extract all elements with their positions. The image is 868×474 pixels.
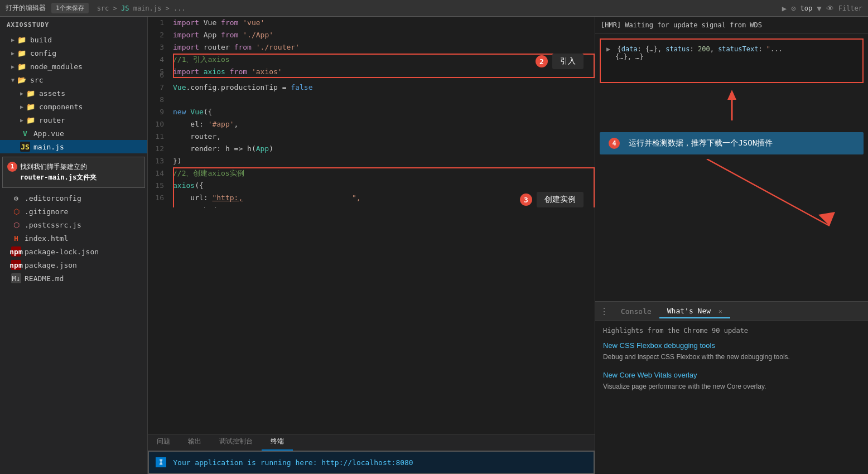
code-line-9: 9 new Vue({ [148,106,595,118]
breadcrumb-file: main.js > ... [133,4,186,12]
sidebar-item-components[interactable]: ▶ 📁 components [0,100,147,113]
sidebar-item-config[interactable]: ▶ 📁 config [0,46,147,60]
sidebar-item-label: src [30,76,43,84]
json-output-line1: ▶ {data: {…}, status: 200, statusText: "… [606,45,857,53]
open-editors-label: 打开的编辑器 [6,3,46,13]
sidebar-item-label: assets [39,89,65,98]
sidebar-item-app-vue[interactable]: V App.vue [0,127,147,140]
sidebar-item-assets[interactable]: ▶ 📁 assets [0,86,147,100]
annotation-4: 4 运行并检测数据，推荐下载一个JSON插件 [600,132,864,154]
folder-icon: 📁 [26,88,36,98]
annotation-1-num: 1 [7,162,17,172]
sidebar-item-main-js[interactable]: JS main.js [0,140,147,153]
sidebar-item-package-lock[interactable]: npm package-lock.json [0,245,147,258]
red-arrow-area [595,88,868,128]
sidebar-item-label: README.md [25,274,64,283]
folder-icon: 📁 [26,115,36,125]
eye-icon[interactable]: 👁 [826,4,834,13]
highlight-group-14-22: 14 //2、创建axios实例 15 axios({ 16 url: "htt… [148,167,595,207]
diagonal-arrow-area [595,159,868,301]
breadcrumb-js: JS [121,4,133,12]
code-editor[interactable]: 1 import Vue from 'vue' 2 import App fro… [148,17,595,207]
devtools-upper: [HMR] Waiting for update signal from WDS… [595,17,868,301]
git-icon: ⬡ [11,206,21,216]
annotation-4-num: 4 [609,138,620,149]
whats-new-item-0-title[interactable]: New CSS Flexbox debugging tools [603,341,860,350]
code-editor-container: 1 import Vue from 'vue' 2 import App fro… [148,17,595,434]
tab-console[interactable]: Console [613,305,659,318]
js-icon: JS [20,142,30,152]
terminal-message: Your application is running here: http:/… [173,458,413,467]
sidebar-item-gitignore[interactable]: ⬡ .gitignore [0,205,147,218]
sidebar-item-router[interactable]: ▶ 📁 router [0,113,147,127]
code-line-7: 7 Vue.config.productionTip = false [148,81,595,94]
sidebar-item-package-json[interactable]: npm package.json [0,258,147,272]
sidebar-item-index-html[interactable]: H index.html [0,231,147,245]
play-icon[interactable]: ▶ [782,4,787,13]
devtools-bottom: ⋮ Console What's New ✕ Highlights from t… [595,301,868,474]
expand-arrow[interactable]: ▶ [606,45,610,53]
chevron-down-icon: ▼ [11,77,15,83]
sidebar-item-label: .editorconfig [25,194,81,202]
code-line-15: 15 axios({ [148,180,595,192]
sidebar-item-src[interactable]: ▼ 📂 src [0,73,147,86]
tab-issues[interactable]: 问题 [148,433,179,451]
terminal-icon: I [156,457,166,467]
top-label: top [801,4,813,12]
sidebar-item-readme[interactable]: M↓ README.md [0,272,147,285]
code-line-13: 13 }) [148,155,595,167]
options-icon[interactable]: ⋮ [600,306,609,317]
close-icon[interactable]: ✕ [718,308,722,315]
sidebar-item-label: config [30,49,56,57]
folder-icon: 📁 [17,48,27,58]
tab-debug-console[interactable]: 调试控制台 [210,433,262,451]
diagonal-arrow-svg [595,159,868,301]
tab-whats-new[interactable]: What's New ✕ [659,304,730,318]
html-icon: H [11,233,21,243]
sidebar-item-postcssrc[interactable]: ⬡ .postcssrc.js [0,218,147,231]
json-output-box: ▶ {data: {…}, status: 200, statusText: "… [600,38,864,83]
md-icon: M↓ [11,273,21,283]
sidebar-item-editorconfig[interactable]: ⚙ .editorconfig [0,191,147,205]
whats-new-item-1-title[interactable]: New Core Web Vitals overlay [603,371,860,379]
bottom-tabs: 问题 输出 调试控制台 终端 [148,434,595,451]
sidebar: AXIOSSTUDY ▶ 📁 build ▶ 📁 config ▶ 📁 node… [0,17,148,474]
chevron-right-icon: ▶ [11,37,15,43]
code-line-16: 16 url: "http:, ", [148,192,595,204]
sidebar-item-label: components [39,103,83,111]
right-toolbar: ▶ ⊘ top ▼ 👁 Filter [782,4,862,13]
chevron-right-icon: ▶ [20,117,23,123]
chevron-right-icon: ▶ [20,104,23,110]
sidebar-item-label: main.js [33,143,64,151]
dropdown-icon[interactable]: ▼ [817,4,821,13]
whats-new-subtitle: Highlights from the Chrome 90 update [603,327,860,335]
tab-output[interactable]: 输出 [179,433,210,451]
sidebar-item-label: router [39,116,65,124]
code-line-8: 8 [148,94,595,106]
sidebar-item-node-modules[interactable]: ▶ 📁 node_modules [0,60,147,73]
sidebar-item-label: package-lock.json [25,248,99,256]
code-line-17: 17 method: 'get' [148,204,595,207]
terminal-bar: I Your application is running here: http… [148,451,595,474]
right-panel: [HMR] Waiting for update signal from WDS… [595,17,868,474]
editorconfig-icon: ⚙ [11,193,21,203]
sidebar-item-build[interactable]: ▶ 📁 build [0,33,147,46]
main-layout: AXIOSSTUDY ▶ 📁 build ▶ 📁 config ▶ 📁 node… [0,17,868,474]
json-output-line2: {…}, …} [615,53,857,61]
devtools-tabs: ⋮ Console What's New ✕ [595,302,868,321]
breadcrumb: src > JS main.js > ... [97,4,186,12]
code-line-11: 11 router, [148,130,595,143]
sidebar-item-label: .postcssrc.js [25,221,81,229]
annotation-1-callout: 1 找到我们脚手架建立的router-main.js文件夹 [2,157,145,188]
sidebar-item-label: build [30,36,52,44]
tab-terminal[interactable]: 终端 [262,433,293,451]
highlight-group-4-5: 4 //1、引入axios 5 import axios from 'axios… [148,54,595,78]
code-line-12: 12 render: h => h(App) [148,143,595,155]
folder-open-icon: 📂 [17,75,27,85]
chevron-right-icon: ▶ [20,90,23,96]
whats-new-item-0-desc: Debug and inspect CSS Flexbox with the n… [603,352,860,362]
annotation-1-text: 找到我们脚手架建立的router-main.js文件夹 [20,162,97,183]
stop-icon[interactable]: ⊘ [791,4,795,13]
json-icon: npm [11,246,21,257]
red-up-arrow-svg [721,90,743,123]
